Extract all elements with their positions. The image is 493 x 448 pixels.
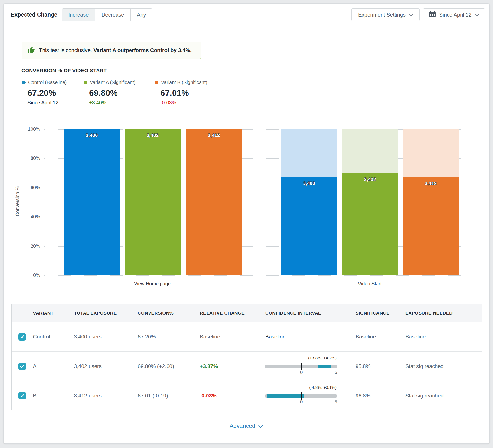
bar-fill [403, 178, 459, 275]
legend-control: Control (Baseline) 67.20% Since April 12 [22, 80, 67, 105]
bar-variant-a-video-start[interactable]: 3,402 [342, 129, 398, 275]
bar-control-view-home-page[interactable]: 3,400 [64, 129, 120, 275]
exposure-needed-cell: Stat sig reached [405, 393, 482, 399]
control-conversion-value: 67.20% [27, 88, 67, 98]
variant-cell: B [33, 393, 74, 399]
table-row-control: Control 3,400 users 67.20% Baseline Base… [11, 322, 482, 351]
bar-count-label: 3,400 [281, 180, 337, 186]
column-header-significance: SIGNIFICANCE [356, 311, 405, 316]
date-range-button[interactable]: Since April 12 [423, 8, 485, 21]
segment-decrease[interactable]: Decrease [95, 9, 130, 21]
ci-zero-marker [301, 363, 302, 370]
relative-change-cell: Baseline [200, 334, 265, 340]
control-dot-icon [22, 81, 25, 84]
y-tick-20: 20% [8, 243, 40, 249]
y-tick-0: 0% [8, 272, 40, 278]
experiment-results-card: Expected Change Increase Decrease Any Ex… [3, 3, 490, 444]
bar-fill [186, 129, 242, 275]
conversion-cell: 67.20% [138, 334, 200, 340]
row-checkbox-variant-b[interactable] [18, 392, 26, 399]
ci-axis-zero: 0 [300, 399, 303, 404]
conversion-cell: 67.01 (-0.19) [138, 393, 200, 399]
column-header-conversion: CONVERSION% [138, 311, 200, 316]
metric-title: CONVERSION % OF VIDEO START [22, 68, 107, 73]
ci-axis-max: 5 [335, 399, 337, 404]
bar-count-label: 3,402 [342, 177, 398, 182]
advanced-label: Advanced [230, 423, 255, 429]
legend-control-header[interactable]: Control (Baseline) [22, 80, 67, 85]
expected-change-label: Expected Change [11, 4, 57, 26]
confidence-interval-visualization: (-4.8%, +0.1%) 0 5 [265, 384, 336, 408]
experiment-settings-button[interactable]: Experiment Settings [351, 8, 420, 21]
bar-variant-a-view-home-page[interactable]: 3,402 [125, 129, 180, 275]
legend-variant-a: Variant A (Significant) 69.80% +3.40% [84, 80, 135, 105]
confidence-interval-range-label: (+3.8%, +4.2%) [308, 356, 336, 361]
experiment-settings-label: Experiment Settings [358, 12, 406, 18]
ci-segment [268, 394, 304, 398]
bar-fill [125, 129, 180, 275]
thumbs-up-icon [28, 46, 35, 55]
table-row-variant-a: A 3,402 users 69.80% (+2.60) +3.87% (+3.… [11, 351, 482, 381]
chevron-down-icon [258, 423, 263, 429]
y-tick-100: 100% [8, 126, 40, 132]
banner-text: This test is conclusive. Variant A outpe… [39, 47, 192, 54]
bar-control-video-start[interactable]: 3,400 [281, 129, 337, 275]
significance-cell: 95.8% [356, 363, 405, 370]
conversion-bar-chart: 3,400 3,402 3,412 3,400 3,402 3,412 [44, 129, 467, 275]
legend-variant-a-name: Variant A (Significant) [90, 80, 135, 85]
significance-cell: 96.8% [356, 393, 405, 399]
gridline [44, 275, 467, 276]
segment-increase[interactable]: Increase [62, 9, 95, 21]
exposure-needed-cell: Baseline [405, 334, 482, 340]
y-tick-80: 80% [8, 156, 40, 161]
table-row-variant-b: B 3,412 users 67.01 (-0.19) -0.03% (-4.8… [11, 381, 482, 410]
bar-fill [342, 173, 398, 275]
advanced-link[interactable]: Advanced [4, 423, 489, 429]
bar-count-label: 3,400 [64, 133, 120, 138]
bar-variant-b-video-start[interactable]: 3,412 [403, 129, 459, 275]
banner-text-normal: This test is conclusive. [39, 47, 92, 53]
significance-cell: Baseline [356, 334, 405, 340]
legend-variant-a-header[interactable]: Variant A (Significant) [84, 80, 135, 85]
conclusive-banner: This test is conclusive. Variant A outpe… [22, 42, 201, 59]
conversion-cell: 69.80% (+2.60) [138, 363, 200, 370]
check-icon [20, 364, 24, 369]
relative-change-cell: -0.03% [200, 393, 265, 399]
variant-b-conversion-value: 67.01% [160, 88, 207, 98]
check-icon [20, 394, 24, 398]
variant-b-delta: -0.03% [160, 100, 207, 105]
column-header-total-exposure: TOTAL EXPOSURE [74, 311, 138, 316]
bar-variant-b-view-home-page[interactable]: 3,412 [186, 129, 242, 275]
legend-variant-b-name: Variant B (Significant) [161, 80, 207, 85]
confidence-interval-range-label: (-4.8%, +0.1%) [309, 385, 336, 390]
row-checkbox-variant-a[interactable] [18, 363, 26, 370]
ci-axis-max: 5 [335, 370, 337, 375]
column-header-relative-change: RELATIVE CHANGE [200, 311, 265, 316]
segment-any[interactable]: Any [131, 9, 152, 21]
y-tick-60: 60% [8, 185, 40, 190]
variant-a-conversion-value: 69.80% [89, 88, 135, 98]
y-axis-label: Conversion % [15, 186, 20, 216]
control-subtext: Since April 12 [27, 100, 67, 105]
column-header-confidence-interval: CONFIDENCE INTERVAL [265, 311, 356, 316]
ci-segment [318, 365, 331, 368]
chevron-down-icon [475, 12, 479, 18]
x-axis-label-video-start: Video Start [310, 281, 430, 286]
page-background: Expected Change Increase Decrease Any Ex… [0, 0, 493, 448]
variant-cell: Control [33, 334, 74, 340]
y-tick-40: 40% [8, 214, 40, 220]
calendar-icon [429, 11, 436, 19]
table-header-row: VARIANT TOTAL EXPOSURE CONVERSION% RELAT… [11, 304, 482, 322]
ci-zero-marker [301, 392, 302, 400]
total-exposure-cell: 3,402 users [74, 363, 138, 370]
legend-variant-b-header[interactable]: Variant B (Significant) [155, 80, 207, 85]
confidence-interval-cell: Baseline [265, 334, 356, 340]
results-table: VARIANT TOTAL EXPOSURE CONVERSION% RELAT… [11, 304, 482, 410]
bar-fill [281, 177, 337, 275]
row-checkbox-control[interactable] [18, 333, 26, 341]
confidence-interval-visualization: (+3.8%, +4.2%) 0 5 [265, 354, 336, 379]
expected-change-segmented-control: Increase Decrease Any [62, 8, 152, 21]
column-header-variant: VARIANT [33, 311, 74, 316]
legend-variant-b: Variant B (Significant) 67.01% -0.03% [155, 80, 207, 105]
variant-b-dot-icon [155, 81, 158, 84]
